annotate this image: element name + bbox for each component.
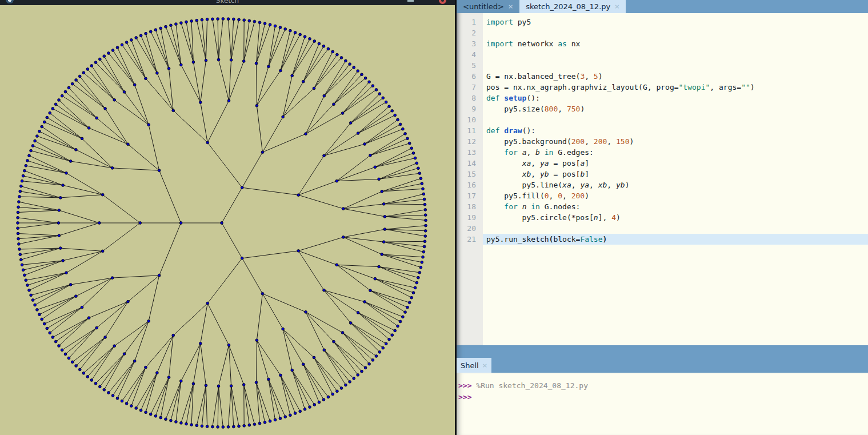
tree-node — [199, 101, 202, 104]
tree-node — [46, 327, 49, 330]
tree-node — [345, 384, 347, 386]
code-line[interactable] — [483, 60, 868, 71]
tree-node — [248, 424, 251, 426]
code-line[interactable]: for n in G.nodes: — [483, 201, 868, 212]
code-line[interactable]: py5.background(200, 200, 150) — [483, 136, 868, 147]
tree-node — [78, 75, 81, 78]
tree-node — [49, 332, 51, 334]
code-line[interactable]: xa, ya = pos[a] — [483, 158, 868, 169]
tree-node — [26, 284, 29, 287]
tree-node — [423, 240, 426, 243]
code-line[interactable]: G = nx.balanced_tree(3, 5) — [483, 71, 868, 82]
code-line[interactable] — [483, 223, 868, 234]
code-lines[interactable]: import py5import networkx as nxG = nx.ba… — [483, 13, 868, 345]
tree-node — [59, 197, 62, 199]
tree-node — [192, 61, 195, 63]
tree-node — [59, 247, 62, 250]
tree-node — [369, 289, 372, 292]
code-line[interactable]: py5.circle(*pos[n], 4) — [483, 212, 868, 223]
tree-node — [206, 302, 209, 305]
tree-node — [211, 18, 214, 21]
line-number: 11 — [457, 125, 476, 136]
shell-output[interactable]: >>> %Run sketch_2024_08_12.py >>> — [457, 373, 868, 435]
tab-shell-label: Shell — [461, 361, 479, 370]
tree-node — [139, 222, 142, 225]
tree-node — [322, 45, 325, 47]
tab-shell[interactable]: Shell × — [457, 358, 491, 373]
tree-node — [417, 276, 420, 279]
line-number: 10 — [457, 114, 476, 125]
tree-node — [17, 206, 20, 209]
tree-node — [232, 18, 235, 21]
shell-line: >>> %Run sketch_2024_08_12.py — [458, 380, 868, 392]
shell-line: >>> — [458, 392, 868, 403]
tree-node — [206, 141, 209, 144]
tree-node — [103, 388, 106, 391]
line-number: 5 — [457, 60, 476, 71]
code-line[interactable]: pos = nx.nx_agraph.graphviz_layout(G, pr… — [483, 82, 868, 93]
tree-node — [419, 266, 422, 269]
code-line[interactable]: def draw(): — [483, 125, 868, 136]
tree-node — [371, 85, 374, 87]
tab-close-icon[interactable]: × — [614, 3, 619, 10]
tree-node — [205, 384, 207, 387]
tree-node — [263, 22, 266, 25]
tree-node — [23, 274, 26, 277]
tab-sketch-file[interactable]: sketch_2024_08_12.py × — [519, 0, 626, 13]
code-line[interactable]: def setup(): — [483, 93, 868, 103]
sketch-window-title: Sketch — [0, 0, 455, 5]
line-number: 20 — [457, 223, 476, 234]
code-line[interactable]: xb, yb = pos[b] — [483, 169, 868, 179]
tree-node — [331, 50, 334, 53]
line-number: 7 — [457, 82, 476, 93]
tree-node — [357, 132, 359, 135]
tab-close-icon[interactable]: × — [508, 3, 513, 10]
tree-node — [382, 97, 385, 99]
sketch-titlebar[interactable]: Sketch — [0, 0, 455, 5]
tree-node — [199, 342, 202, 345]
tree-node — [227, 99, 230, 102]
tree-node — [255, 62, 258, 65]
tree-node — [404, 311, 407, 314]
tree-node — [391, 109, 394, 112]
tree-node — [62, 260, 65, 262]
tree-node — [95, 326, 98, 329]
tree-node — [402, 316, 405, 318]
minimize-button[interactable] — [407, 0, 414, 2]
tree-node — [19, 253, 22, 256]
code-line[interactable]: import py5 — [483, 17, 868, 27]
tree-node — [327, 47, 330, 50]
tree-node — [322, 398, 325, 401]
tree-node — [101, 250, 104, 253]
tree-node — [357, 70, 359, 73]
tree-node — [382, 202, 385, 205]
code-line[interactable]: import networkx as nx — [483, 38, 868, 49]
line-number: 1 — [457, 17, 476, 27]
code-line[interactable]: for a, b in G.edges: — [483, 147, 868, 158]
code-editor[interactable]: 123456789101112131415161718192021 import… — [457, 13, 868, 345]
tree-node — [113, 98, 116, 101]
code-line[interactable]: py5.fill(0, 0, 200) — [483, 190, 868, 201]
tree-node — [289, 414, 292, 417]
tree-node — [123, 353, 126, 356]
code-line[interactable] — [483, 49, 868, 60]
tree-node — [422, 250, 425, 253]
tree-node — [75, 79, 78, 82]
sketch-window: Sketch — [0, 0, 455, 435]
code-line[interactable]: py5.run_sketch(block=False) — [483, 234, 868, 245]
code-line[interactable] — [483, 27, 868, 38]
tree-node — [159, 27, 162, 30]
code-line[interactable]: py5.line(xa, ya, xb, yb) — [483, 179, 868, 190]
tree-node — [23, 169, 26, 172]
code-line[interactable]: py5.size(800, 750) — [483, 103, 868, 114]
tree-node — [419, 177, 422, 180]
tree-node — [107, 52, 110, 55]
tab-close-icon[interactable]: × — [482, 362, 487, 369]
code-line[interactable] — [483, 114, 868, 125]
tree-node — [156, 372, 159, 374]
tab-untitled[interactable]: <untitled> × — [457, 0, 519, 13]
tree-node — [67, 86, 70, 89]
tree-node — [349, 63, 351, 66]
sketch-background — [0, 5, 455, 435]
tree-node — [294, 412, 297, 415]
